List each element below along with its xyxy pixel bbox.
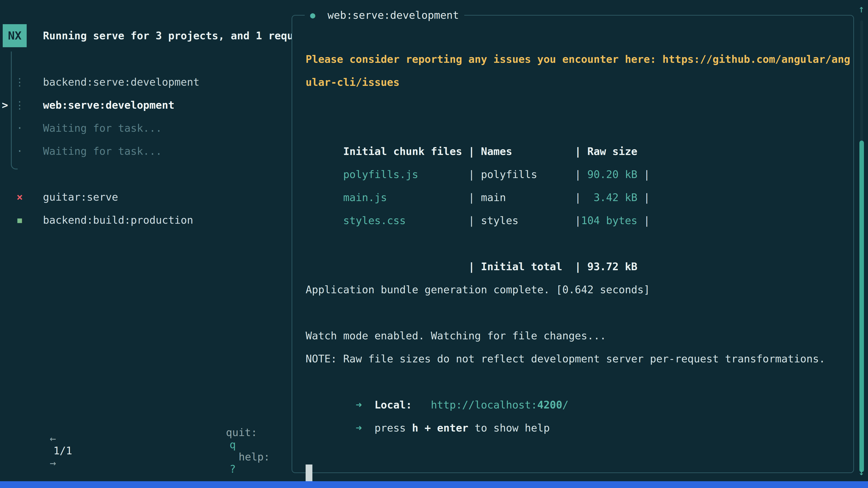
panel-output: Please consider reporting any issues you… bbox=[306, 48, 852, 440]
keyboard-shortcut: h + enter bbox=[412, 422, 468, 434]
scroll-down-icon[interactable]: ↓ bbox=[859, 466, 865, 477]
pipe: | bbox=[468, 215, 475, 227]
pager-next-button[interactable]: → bbox=[50, 457, 56, 469]
pipe: | bbox=[644, 215, 650, 227]
selected-chevron-icon: > bbox=[2, 99, 8, 111]
pipe: | bbox=[468, 145, 475, 158]
pipe: | bbox=[575, 215, 581, 227]
help-key: ? bbox=[230, 463, 236, 475]
task-row-web-serve[interactable]: > ⋮ web:serve:development bbox=[0, 94, 289, 117]
spinner-icon: ⋮ bbox=[14, 76, 25, 88]
quit-key: q bbox=[230, 438, 236, 451]
waiting-dot-icon: · bbox=[14, 145, 25, 157]
note-text: NOTE: Raw file sizes do not reflect deve… bbox=[306, 347, 852, 370]
local-label: Local: bbox=[375, 399, 412, 411]
cross-icon: × bbox=[14, 191, 25, 203]
finished-task-list: × guitar:serve ■ backend:build:productio… bbox=[0, 186, 289, 232]
task-label: backend:serve:development bbox=[0, 76, 199, 88]
port-number: 4200 bbox=[537, 399, 562, 411]
bottom-taskbar bbox=[0, 481, 868, 488]
blank-line bbox=[306, 301, 852, 324]
nx-tui-screen: NX Running serve for 3 projects, and 1 r… bbox=[0, 0, 868, 488]
task-row-guitar-serve[interactable]: × guitar:serve bbox=[0, 186, 289, 208]
scroll-up-icon[interactable]: ↑ bbox=[859, 3, 865, 15]
task-label: web:serve:development bbox=[0, 99, 175, 111]
pipe: | bbox=[644, 191, 650, 203]
chunk-table-header: Initial chunk files|Names|Raw size bbox=[306, 117, 852, 140]
task-row-backend-build[interactable]: ■ backend:build:production bbox=[0, 208, 289, 232]
local-url-line: ➜Local:http://localhost:4200/ bbox=[306, 370, 852, 393]
status-dot-icon: ● bbox=[310, 10, 315, 20]
help-text: press h + enter to show help bbox=[375, 422, 550, 434]
blank-line bbox=[306, 94, 852, 117]
nx-logo: NX bbox=[3, 24, 27, 47]
panel-title-text: web:serve:development bbox=[328, 9, 459, 21]
pager: ← 1/1 → bbox=[12, 420, 76, 481]
quit-hint: quit: bbox=[226, 426, 257, 438]
waiting-dot-icon: · bbox=[14, 122, 25, 134]
pipe: | bbox=[575, 168, 581, 181]
task-list: ⋮ backend:serve:development > ⋮ web:serv… bbox=[0, 70, 289, 163]
task-row-waiting-2[interactable]: · Waiting for task... bbox=[0, 140, 289, 163]
pipe: | bbox=[575, 260, 581, 273]
scrollbar-thumb[interactable] bbox=[860, 140, 864, 472]
task-row-backend-serve[interactable]: ⋮ backend:serve:development bbox=[0, 70, 289, 94]
notice-text: Please consider reporting any issues you… bbox=[306, 48, 850, 94]
cursor-block bbox=[306, 464, 312, 484]
panel-title: ● web:serve:development bbox=[305, 8, 464, 22]
pipe: | bbox=[644, 168, 650, 181]
pipe: | bbox=[468, 191, 475, 203]
pipe: | bbox=[575, 191, 581, 203]
watch-mode-text: Watch mode enabled. Watching for file ch… bbox=[306, 324, 852, 347]
arrow-icon: ➜ bbox=[356, 422, 362, 434]
total-row: |Initial total|93.72 kB bbox=[306, 232, 852, 255]
bundle-complete-text: Application bundle generation complete. … bbox=[306, 278, 852, 301]
pipe: | bbox=[468, 260, 475, 273]
arrow-icon: ➜ bbox=[356, 399, 362, 411]
sidebar-footer: ← 1/1 → quit: q help: ? bbox=[0, 439, 291, 462]
app-title: Running serve for 3 projects, and 1 requ bbox=[43, 24, 293, 47]
task-label: backend:build:production bbox=[0, 214, 193, 226]
local-url-link[interactable]: http://localhost:4200/ bbox=[431, 399, 568, 411]
help-hint: help: bbox=[239, 451, 270, 463]
spinner-icon: ⋮ bbox=[14, 99, 25, 111]
pipe: | bbox=[468, 168, 475, 181]
task-row-waiting-1[interactable]: · Waiting for task... bbox=[0, 117, 289, 140]
pager-count: 1/1 bbox=[53, 445, 72, 457]
pipe: | bbox=[575, 145, 581, 158]
square-icon: ■ bbox=[14, 216, 25, 225]
pager-prev-button[interactable]: ← bbox=[50, 432, 56, 445]
key-hints: quit: q help: ? bbox=[188, 414, 270, 487]
